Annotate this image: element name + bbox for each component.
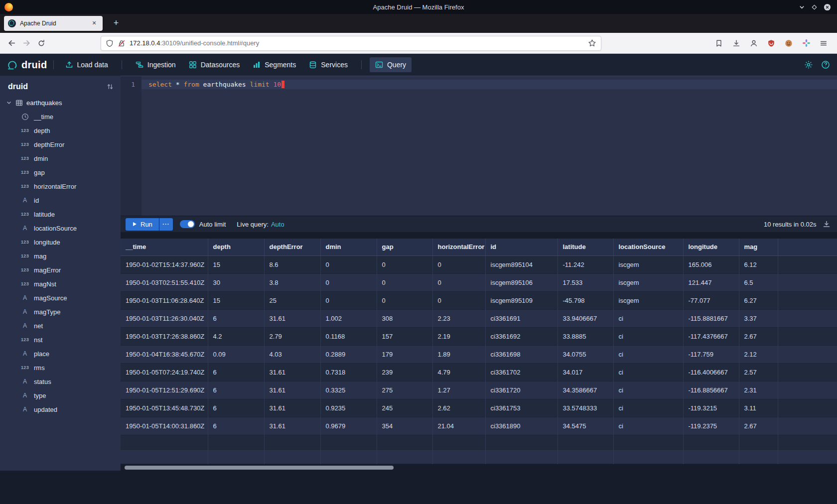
datasource-earthquakes[interactable]: earthquakes: [0, 96, 121, 110]
table-cell[interactable]: -11.242: [558, 255, 613, 273]
table-cell[interactable]: 1950-01-03T17:26:38.860Z: [121, 327, 208, 345]
browser-tab[interactable]: Apache Druid ×: [4, 16, 103, 31]
table-cell[interactable]: ci: [613, 363, 683, 381]
table-cell[interactable]: iscgem895104: [485, 255, 558, 273]
table-cell[interactable]: 0: [377, 291, 432, 309]
table-cell[interactable]: 0.9679: [320, 417, 377, 435]
table-cell[interactable]: 6.5: [739, 273, 778, 291]
table-cell[interactable]: ci: [613, 327, 683, 345]
table-cell[interactable]: 6.12: [739, 255, 778, 273]
table-cell[interactable]: ci: [613, 345, 683, 363]
table-cell[interactable]: 31.61: [264, 417, 320, 435]
nav-item-ingestion[interactable]: Ingestion: [130, 57, 181, 72]
table-cell[interactable]: ci3361698: [485, 345, 558, 363]
settings-gear-icon[interactable]: [804, 60, 813, 69]
column-item-depthError[interactable]: 123depthError: [0, 137, 121, 151]
table-cell[interactable]: 0: [432, 255, 485, 273]
table-cell[interactable]: 1950-01-03T11:06:28.640Z: [121, 291, 208, 309]
table-cell[interactable]: 308: [377, 309, 432, 327]
insecure-lock-icon[interactable]: [118, 39, 126, 47]
table-cell[interactable]: 0.7318: [320, 363, 377, 381]
table-cell[interactable]: 1.89: [432, 345, 485, 363]
table-cell[interactable]: 0.1168: [320, 327, 377, 345]
table-cell[interactable]: 0.09: [208, 345, 264, 363]
table-cell[interactable]: ci3361890: [485, 417, 558, 435]
table-cell[interactable]: 31.61: [264, 399, 320, 417]
table-cell[interactable]: 2.79: [264, 327, 320, 345]
table-cell[interactable]: 21.04: [432, 417, 485, 435]
table-cell[interactable]: 34.5475: [558, 417, 613, 435]
table-cell[interactable]: 6: [208, 399, 264, 417]
table-cell[interactable]: -115.8881667: [683, 309, 739, 327]
table-cell[interactable]: iscgem895109: [485, 291, 558, 309]
tab-close-icon[interactable]: ×: [90, 19, 99, 28]
column-item-latitude[interactable]: 123latitude: [0, 207, 121, 221]
help-icon[interactable]: [821, 60, 830, 69]
table-cell[interactable]: -117.759: [683, 345, 739, 363]
column-item-depth[interactable]: 123depth: [0, 124, 121, 137]
table-cell[interactable]: 1950-01-05T13:45:48.730Z: [121, 399, 208, 417]
column-header-id[interactable]: id: [485, 239, 558, 255]
column-item-__time[interactable]: __time: [0, 110, 121, 124]
table-cell[interactable]: -45.798: [558, 291, 613, 309]
table-cell[interactable]: iscgem895106: [485, 273, 558, 291]
column-header-depthError[interactable]: depthError: [264, 239, 320, 255]
new-tab-button[interactable]: +: [110, 17, 123, 30]
column-item-magError[interactable]: 123magError: [0, 263, 121, 277]
table-cell[interactable]: 2.23: [432, 309, 485, 327]
column-item-status[interactable]: Astatus: [0, 375, 121, 388]
column-header-mag[interactable]: mag: [739, 239, 778, 255]
column-header-horizontalError[interactable]: horizontalError: [432, 239, 485, 255]
table-cell[interactable]: 179: [377, 345, 432, 363]
table-cell[interactable]: 6: [208, 363, 264, 381]
table-cell[interactable]: 15: [208, 291, 264, 309]
monkey-extension-icon[interactable]: [781, 36, 796, 51]
table-cell[interactable]: 245: [377, 399, 432, 417]
horizontal-scrollbar[interactable]: [121, 464, 837, 471]
table-cell[interactable]: ci: [613, 399, 683, 417]
column-item-mag[interactable]: 123mag: [0, 249, 121, 263]
table-cell[interactable]: 0: [377, 255, 432, 273]
live-query-value[interactable]: Auto: [271, 221, 284, 228]
table-cell[interactable]: 0.2889: [320, 345, 377, 363]
save-to-pocket-icon[interactable]: [711, 36, 726, 51]
table-cell[interactable]: 15: [208, 255, 264, 273]
pinwheel-extension-icon[interactable]: [799, 36, 814, 51]
account-icon[interactable]: [746, 36, 761, 51]
nav-item-segments[interactable]: Segments: [247, 57, 301, 72]
table-cell[interactable]: 1.002: [320, 309, 377, 327]
column-item-longitude[interactable]: 123longitude: [0, 235, 121, 249]
table-cell[interactable]: 2.57: [739, 363, 778, 381]
table-cell[interactable]: 2.12: [739, 345, 778, 363]
table-cell[interactable]: 0: [432, 291, 485, 309]
column-header-depth[interactable]: depth: [208, 239, 264, 255]
table-cell[interactable]: iscgem: [613, 273, 683, 291]
column-item-magType[interactable]: AmagType: [0, 305, 121, 319]
table-cell[interactable]: 1950-01-05T07:24:19.740Z: [121, 363, 208, 381]
table-cell[interactable]: iscgem: [613, 291, 683, 309]
table-cell[interactable]: 2.31: [739, 381, 778, 399]
downloads-icon[interactable]: [729, 36, 744, 51]
table-cell[interactable]: 6: [208, 417, 264, 435]
table-cell[interactable]: 0: [432, 273, 485, 291]
nav-item-services[interactable]: Services: [303, 57, 353, 72]
reload-button[interactable]: [34, 36, 49, 51]
column-item-place[interactable]: Aplace: [0, 347, 121, 361]
column-item-net[interactable]: Anet: [0, 319, 121, 333]
table-cell[interactable]: 0: [377, 273, 432, 291]
column-item-magNst[interactable]: 123magNst: [0, 277, 121, 291]
table-cell[interactable]: ci3361702: [485, 363, 558, 381]
nav-item-query[interactable]: Query: [370, 57, 412, 72]
table-cell[interactable]: 1950-01-04T16:38:45.670Z: [121, 345, 208, 363]
column-header-dmin[interactable]: dmin: [320, 239, 377, 255]
table-cell[interactable]: 1950-01-03T02:51:55.410Z: [121, 273, 208, 291]
table-cell[interactable]: 33.5748333: [558, 399, 613, 417]
run-more-button[interactable]: ···: [159, 218, 173, 231]
table-cell[interactable]: 0: [320, 273, 377, 291]
table-cell[interactable]: 6: [208, 309, 264, 327]
table-cell[interactable]: 31.61: [264, 309, 320, 327]
auto-limit-toggle[interactable]: [180, 220, 195, 228]
scrollbar-thumb[interactable]: [125, 466, 394, 470]
table-cell[interactable]: 1.27: [432, 381, 485, 399]
table-cell[interactable]: -77.077: [683, 291, 739, 309]
